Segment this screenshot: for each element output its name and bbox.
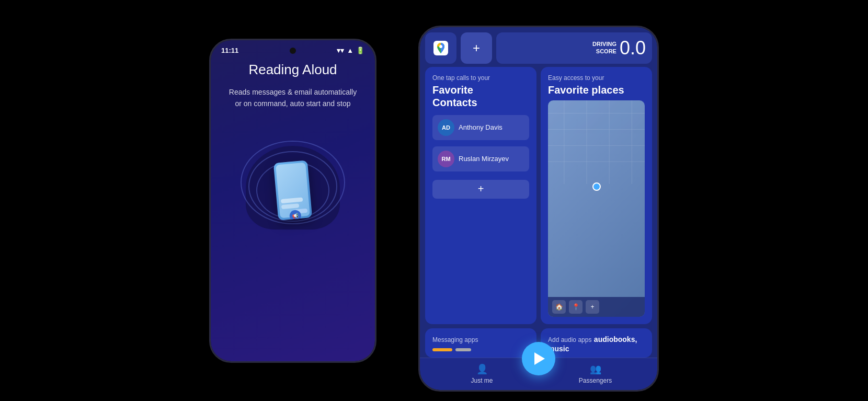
illustration: 📢 [235,125,350,230]
add-place-btn[interactable]: + [586,300,599,314]
map-bottom-bar: 🏠 📍 + [548,297,645,317]
contact-avatar-ad: AD [438,119,454,136]
main-grid: One tap calls to your FavoriteContacts A… [420,67,657,328]
phones-container: 11:11 ▾▾ ▲ 🔋 Reading Aloud Reads message… [0,0,868,401]
passengers-label: Passengers [579,377,612,384]
time-display: 11:11 [221,47,238,54]
map-preview[interactable]: 🏠 📍 + [548,100,645,317]
contacts-title: FavoriteContacts [432,84,529,109]
battery-icon: 🔋 [356,47,364,54]
driving-score-value: 0.0 [620,37,646,59]
bottom-nav: 👤 Just me 👥 Passengers [420,358,657,390]
play-button[interactable] [522,342,555,375]
driving-score-box: DRIVINGSCORE 0.0 [496,32,652,64]
status-icons: ▾▾ ▲ 🔋 [337,47,364,54]
plus-icon: + [473,41,480,55]
signal-icon: ▲ [347,47,353,54]
wifi-icon: ▾▾ [337,47,344,54]
phone-right: + DRIVINGSCORE 0.0 One tap calls to your… [418,26,659,392]
contact-name-ruslan: Ruslan Mirzayev [459,155,509,163]
audio-title: Add audio apps [548,336,591,343]
just-me-icon: 👤 [476,363,488,375]
phone-left: 11:11 ▾▾ ▲ 🔋 Reading Aloud Reads message… [209,39,376,363]
messaging-title: Messaging apps [432,336,478,343]
home-place-btn[interactable]: 🏠 [552,300,566,314]
svg-point-1 [439,45,442,48]
left-content: Reading Aloud Reads messages & email aut… [211,56,375,361]
contact-item-anthony[interactable]: AD Anthony Davis [432,115,529,140]
contact-name-anthony: Anthony Davis [459,123,502,131]
messaging-apps-bar [432,348,529,351]
audio-card: Add audio apps audiobooks, music [541,328,652,358]
driving-score-label: DRIVINGSCORE [592,41,616,54]
just-me-label: Just me [471,377,493,384]
nav-passengers[interactable]: 👥 Passengers [539,363,652,384]
reading-aloud-title: Reading Aloud [248,62,337,78]
contacts-subtitle: One tap calls to your [432,74,529,82]
contact-avatar-rm: RM [438,151,454,167]
pin-place-btn[interactable]: 📍 [569,300,583,314]
add-contact-button[interactable]: + [432,180,529,199]
contacts-card: One tap calls to your FavoriteContacts A… [425,67,536,324]
contact-item-ruslan[interactable]: RM Ruslan Mirzayev [432,146,529,171]
places-title: Favorite places [548,84,645,96]
reading-aloud-description: Reads messages & email automaticallyor o… [229,86,357,110]
places-card: Easy access to your Favorite places [541,67,652,324]
passengers-icon: 👥 [590,363,601,375]
mini-phone-illustration: 📢 [273,161,312,221]
messaging-card: Messaging apps [425,328,536,358]
add-app-button[interactable]: + [461,32,492,64]
add-contact-icon: + [478,183,484,195]
speaker-icon: 📢 [292,213,299,219]
places-subtitle: Easy access to your [548,74,645,82]
top-bar: + DRIVINGSCORE 0.0 [420,27,657,67]
maps-button[interactable] [425,32,456,64]
map-location-dot [592,182,601,191]
status-bar-left: 11:11 ▾▾ ▲ 🔋 [211,40,375,56]
nav-just-me[interactable]: 👤 Just me [425,363,539,384]
play-icon [534,352,545,365]
